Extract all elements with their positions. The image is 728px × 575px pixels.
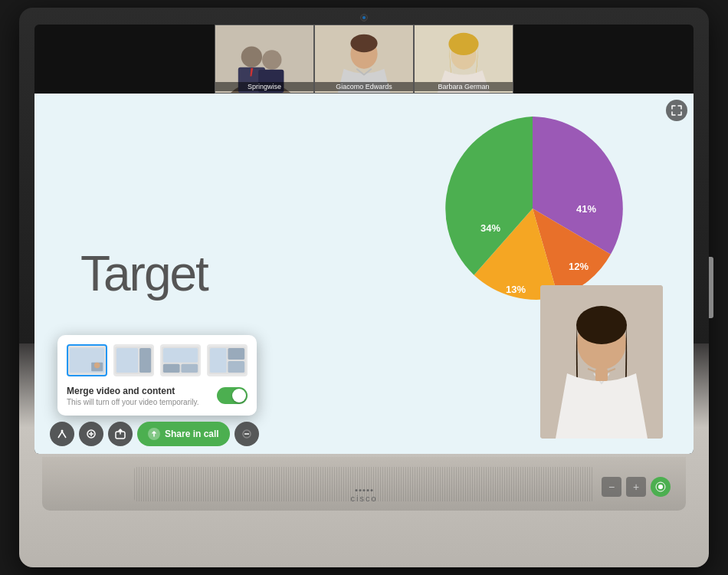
participant-2-name: Giacomo Edwards <box>315 82 413 91</box>
share-in-call-label: Share in call <box>165 429 219 439</box>
svg-point-11 <box>448 33 478 55</box>
bottom-toolbar: Share in call <box>50 422 259 446</box>
svg-rect-33 <box>228 348 244 360</box>
svg-point-2 <box>262 50 281 69</box>
speaker-bar: cisco − + <box>42 457 686 511</box>
svg-rect-28 <box>163 348 198 363</box>
presenter-video <box>540 285 663 439</box>
participant-thumb-2[interactable]: Giacomo Edwards <box>314 25 414 94</box>
participant-thumb-3[interactable]: Barbara German <box>414 25 513 94</box>
bottom-controls: − + <box>602 477 671 497</box>
share-in-call-button[interactable]: Share in call <box>137 422 230 446</box>
svg-rect-34 <box>228 361 244 373</box>
cisco-logo: cisco <box>350 489 377 503</box>
screen: Springwise Giacomo Edwards <box>34 25 694 454</box>
status-indicator[interactable] <box>651 477 671 497</box>
share-btn-icon <box>148 428 160 440</box>
svg-point-23 <box>94 363 100 369</box>
volume-up-button[interactable]: + <box>626 477 646 497</box>
volume-down-button[interactable]: − <box>602 477 621 497</box>
cisco-device: Springwise Giacomo Edwards <box>19 8 709 567</box>
svg-rect-30 <box>181 364 198 373</box>
participant-thumb-1[interactable]: Springwise <box>215 25 314 94</box>
merge-subtitle: This will turn off your video temporaril… <box>67 398 211 406</box>
layout-option-4[interactable] <box>207 344 248 376</box>
toolbar-share-icon-btn[interactable] <box>108 422 133 446</box>
share-popup: Merge video and content This will turn o… <box>57 335 257 416</box>
pie-chart: 41% 12% 13% 34% <box>433 109 632 308</box>
svg-rect-19 <box>595 369 608 381</box>
toolbar-btn-1[interactable] <box>50 422 74 446</box>
merge-toggle[interactable] <box>217 387 248 404</box>
toolbar-btn-end[interactable] <box>234 422 259 446</box>
merge-title: Merge video and content <box>67 386 211 396</box>
svg-point-42 <box>658 485 663 489</box>
svg-rect-26 <box>139 348 151 373</box>
svg-text:13%: 13% <box>506 284 526 295</box>
svg-text:34%: 34% <box>480 222 500 234</box>
participant-3-name: Barbara German <box>415 82 513 91</box>
svg-point-35 <box>61 430 64 432</box>
presentation-title: Target <box>80 245 208 302</box>
cisco-dots <box>356 489 373 491</box>
side-strip <box>709 257 713 318</box>
svg-rect-29 <box>163 364 180 373</box>
svg-point-1 <box>241 46 262 67</box>
merge-row: Merge video and content This will turn o… <box>67 386 248 406</box>
layout-options <box>67 344 248 376</box>
svg-rect-25 <box>116 348 138 373</box>
toolbar-btn-2[interactable] <box>79 422 103 446</box>
expand-button[interactable] <box>666 100 687 121</box>
svg-rect-32 <box>210 348 227 373</box>
layout-option-2[interactable] <box>113 344 154 376</box>
merge-text: Merge video and content This will turn o… <box>67 386 211 406</box>
participants-bar: Springwise Giacomo Edwards <box>215 25 513 94</box>
camera <box>360 14 368 21</box>
layout-option-3[interactable] <box>160 344 201 376</box>
layout-option-1[interactable] <box>67 344 107 376</box>
svg-text:12%: 12% <box>569 261 589 272</box>
svg-point-18 <box>576 306 627 344</box>
svg-text:41%: 41% <box>576 203 596 215</box>
participant-1-name: Springwise <box>215 82 313 91</box>
svg-point-8 <box>350 34 377 52</box>
